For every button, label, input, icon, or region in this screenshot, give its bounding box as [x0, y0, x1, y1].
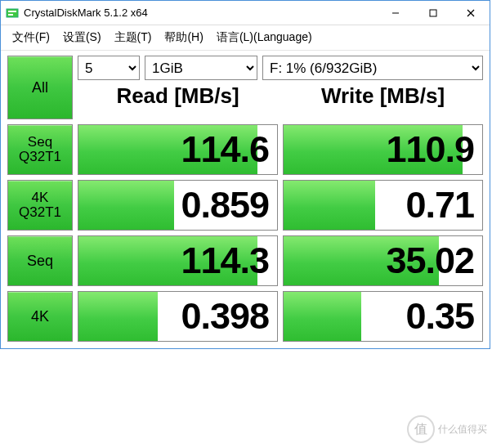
4k-q32t1-button[interactable]: 4KQ32T1 — [7, 180, 73, 231]
write-value-cell: 110.9 — [283, 124, 483, 175]
bar-fill — [78, 181, 174, 230]
column-headers: Read [MB/s] Write [MB/s] — [78, 82, 483, 114]
svg-rect-1 — [8, 11, 16, 12]
close-button[interactable] — [452, 1, 490, 25]
result-row: SeqQ32T1114.6110.9 — [7, 124, 483, 175]
result-row: 4K0.3980.35 — [7, 291, 483, 342]
controls-row: All 5 1GiB F: 1% (6/932GiB) Read [MB/s] — [7, 56, 483, 119]
app-icon — [6, 7, 19, 20]
menu-help[interactable]: 帮助(H) — [159, 29, 208, 47]
window-title: CrystalDiskMark 5.1.2 x64 — [24, 7, 377, 19]
menu-file[interactable]: 文件(F) — [7, 29, 55, 47]
bar-fill — [284, 292, 361, 341]
runs-select[interactable]: 5 — [78, 56, 140, 80]
read-value-cell: 114.6 — [78, 124, 278, 175]
write-header: Write [MB/s] — [283, 82, 483, 114]
read-value-cell: 0.859 — [78, 180, 278, 231]
read-value-cell: 114.3 — [78, 235, 278, 286]
maximize-button[interactable] — [414, 1, 452, 25]
menubar: 文件(F) 设置(S) 主题(T) 帮助(H) 语言(L)(Language) — [1, 25, 490, 51]
result-row: 4KQ32T10.8590.71 — [7, 180, 483, 231]
read-header: Read [MB/s] — [78, 82, 278, 114]
size-select[interactable]: 1GiB — [145, 56, 257, 80]
read-value: 0.398 — [181, 295, 269, 338]
bar-fill — [78, 292, 158, 341]
menu-language[interactable]: 语言(L)(Language) — [212, 29, 317, 47]
seq-button[interactable]: Seq — [7, 235, 73, 286]
titlebar: CrystalDiskMark 5.1.2 x64 — [1, 1, 490, 25]
watermark: 值 什么值得买 — [407, 415, 487, 443]
read-value: 114.3 — [181, 240, 269, 282]
watermark-icon: 值 — [407, 415, 435, 443]
read-value: 114.6 — [181, 128, 269, 171]
minimize-button[interactable] — [377, 1, 414, 25]
svg-rect-2 — [8, 14, 13, 16]
app-window: CrystalDiskMark 5.1.2 x64 文件(F) 设置(S) 主题… — [0, 0, 490, 349]
read-value-cell: 0.398 — [78, 291, 278, 342]
watermark-text: 什么值得买 — [438, 423, 487, 437]
write-value: 0.71 — [405, 184, 474, 226]
bar-fill — [284, 181, 375, 230]
result-row: Seq114.335.02 — [7, 235, 483, 286]
svg-rect-0 — [7, 9, 18, 17]
content-area: All 5 1GiB F: 1% (6/932GiB) Read [MB/s] — [1, 51, 490, 348]
write-value-cell: 0.35 — [283, 291, 483, 342]
menu-theme[interactable]: 主题(T) — [110, 29, 157, 47]
4k-button[interactable]: 4K — [7, 291, 73, 342]
svg-rect-4 — [430, 10, 436, 16]
drive-select[interactable]: F: 1% (6/932GiB) — [262, 56, 483, 80]
write-value: 0.35 — [405, 295, 474, 338]
read-value: 0.859 — [181, 184, 269, 226]
write-value-cell: 35.02 — [283, 235, 483, 286]
write-value: 110.9 — [386, 128, 474, 171]
all-button[interactable]: All — [7, 56, 73, 119]
write-value: 35.02 — [386, 240, 474, 282]
seq-q32t1-button[interactable]: SeqQ32T1 — [7, 124, 73, 175]
all-button-label: All — [32, 80, 48, 96]
menu-settings[interactable]: 设置(S) — [58, 29, 106, 47]
write-value-cell: 0.71 — [283, 180, 483, 231]
